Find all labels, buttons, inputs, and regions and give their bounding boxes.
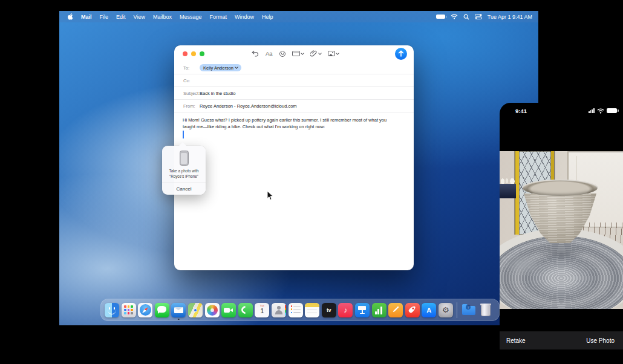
subject-value: Back in the studio (200, 91, 235, 96)
close-window-button[interactable] (183, 51, 188, 56)
from-field[interactable]: From: Royce Anderson - Royce.Anderson@ic… (174, 100, 414, 112)
dock: Tue 1 tv ♪ A ⚙ ↓ (100, 299, 500, 321)
dock-calendar-icon[interactable]: Tue 1 (255, 303, 269, 317)
menu-item-format[interactable]: Format (209, 14, 227, 20)
dock-numbers-icon[interactable] (372, 303, 387, 317)
dock-phone-icon[interactable] (238, 303, 253, 317)
header-fields-button[interactable] (292, 51, 304, 56)
dock-rocket-icon[interactable] (405, 303, 420, 317)
dock-tv-icon[interactable]: tv (322, 303, 336, 317)
dock-finder-icon[interactable] (105, 303, 119, 317)
iphone-icon (180, 151, 189, 166)
dock-downloads-folder-icon[interactable]: ↓ (462, 303, 476, 317)
dock-notes-icon[interactable] (305, 303, 319, 317)
iphone-status-bar: 9:41 (500, 103, 623, 119)
subject-field[interactable]: Subject: Back in the studio (174, 87, 414, 100)
insert-photo-button[interactable] (328, 51, 339, 56)
camera-action-bar: Retake Use Photo (500, 331, 623, 349)
emoji-picker-button[interactable] (279, 51, 285, 57)
mouse-cursor (267, 190, 274, 203)
dock-app-store-icon[interactable]: A (422, 303, 436, 317)
control-center-icon[interactable] (475, 14, 482, 19)
dock-mail-icon[interactable] (171, 303, 186, 317)
captured-photo-preview (500, 151, 623, 309)
dock-keynote-icon[interactable] (355, 303, 370, 317)
recipient-token[interactable]: Kelly Anderson (200, 64, 241, 71)
continuity-camera-popover: Take a photo with “Royce’s iPhone” Cance… (162, 146, 206, 195)
menu-item-window[interactable]: Window (235, 14, 254, 20)
compose-titlebar[interactable]: Aa (174, 45, 414, 62)
minimize-window-button[interactable] (191, 51, 196, 56)
iphone-clock: 9:41 (515, 108, 527, 114)
dock-divider (457, 302, 457, 318)
dock-facetime-icon[interactable] (221, 303, 236, 317)
from-label: From: (183, 103, 200, 109)
from-value: Royce Anderson - Royce.Anderson@icloud.c… (200, 103, 297, 109)
cc-field[interactable]: Cc: (174, 74, 414, 87)
menu-item-message[interactable]: Message (180, 14, 202, 20)
dock-safari-icon[interactable] (138, 303, 152, 317)
dock-system-settings-icon[interactable]: ⚙ (439, 303, 453, 317)
cellular-signal-icon (589, 108, 595, 113)
menu-item-edit[interactable]: Edit (116, 14, 126, 20)
popover-message-line2: “Royce’s iPhone” (165, 174, 203, 179)
dock-trash-icon[interactable] (478, 303, 493, 317)
apple-menu-icon[interactable] (67, 13, 73, 21)
subject-label: Subject: (183, 91, 200, 96)
undo-icon[interactable] (252, 50, 259, 57)
wifi-icon-iphone (597, 108, 604, 114)
dock-music-icon[interactable]: ♪ (338, 303, 353, 317)
dock-contacts-icon[interactable] (272, 303, 286, 317)
dock-maps-icon[interactable] (188, 303, 203, 317)
mail-compose-window: Aa To: Kelly Anderson Cc: Subject: Back … (174, 45, 414, 270)
spotlight-search-icon[interactable] (463, 14, 469, 20)
photo-pot-shadow (525, 242, 598, 264)
mail-running-indicator (178, 319, 180, 320)
popover-message-line1: Take a photo with (165, 168, 203, 174)
menu-item-file[interactable]: File (100, 14, 109, 20)
dock-pages-icon[interactable] (388, 303, 403, 317)
menu-item-mail[interactable]: Mail (81, 14, 92, 20)
photo-shelf (500, 184, 516, 198)
dock-launchpad-icon[interactable] (122, 303, 136, 317)
cancel-button[interactable]: Cancel (162, 183, 206, 195)
zoom-window-button[interactable] (200, 51, 204, 56)
iphone-camera-panel: 9:41 Retake Use Photo (500, 103, 623, 364)
menu-item-help[interactable]: Help (262, 14, 273, 20)
menubar-clock[interactable]: Tue Apr 1 9:41 AM (488, 14, 532, 20)
photo-shelf-pottery (500, 176, 516, 184)
menu-item-view[interactable]: View (134, 14, 145, 20)
battery-icon-iphone (607, 108, 617, 113)
menu-bar: Mail File Edit View Mailbox Message Form… (59, 11, 538, 22)
to-field[interactable]: To: Kelly Anderson (174, 62, 414, 74)
send-button[interactable] (395, 48, 407, 60)
message-body[interactable]: Hi Mom! Guess what? I picked up pottery … (174, 112, 407, 135)
battery-icon[interactable] (436, 15, 445, 19)
cc-label: Cc: (183, 78, 200, 83)
dock-reminders-icon[interactable] (289, 303, 303, 317)
format-text-button[interactable]: Aa (266, 50, 273, 57)
photo-clay-pot-rim (523, 180, 598, 196)
retake-button[interactable]: Retake (506, 337, 526, 344)
dock-messages-icon[interactable] (155, 303, 169, 317)
dock-photos-icon[interactable] (205, 303, 220, 317)
attachment-button[interactable] (310, 50, 321, 57)
wifi-icon[interactable] (451, 14, 458, 19)
menu-item-mailbox[interactable]: Mailbox (153, 14, 172, 20)
to-label: To: (183, 65, 200, 71)
text-insertion-caret (183, 131, 184, 138)
use-photo-button[interactable]: Use Photo (586, 337, 615, 344)
